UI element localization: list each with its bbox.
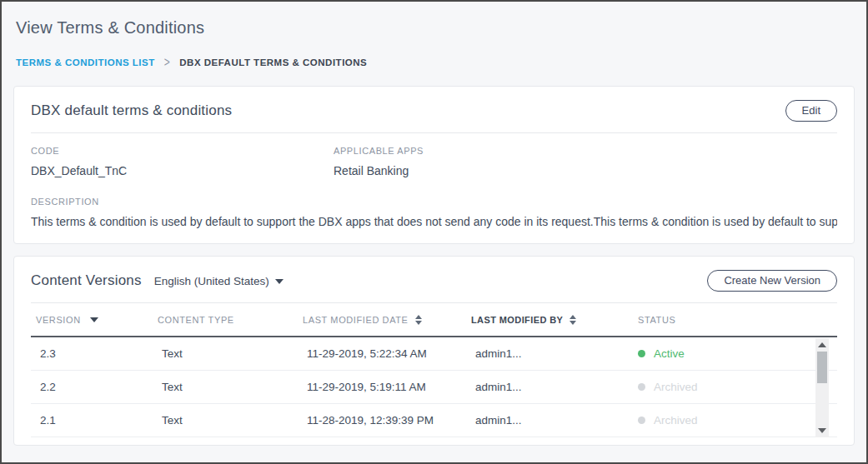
- description-field: DESCRIPTION This terms & condition is us…: [31, 197, 837, 228]
- chevron-down-icon: [275, 279, 283, 284]
- details-card-title: DBX default terms & conditions: [31, 102, 232, 119]
- cell-last-modified-date: 11-29-2019, 5:22:34 AM: [298, 347, 466, 360]
- details-card-divider: [31, 132, 837, 133]
- scroll-up-icon[interactable]: [818, 342, 826, 347]
- status-badge: Archived: [633, 381, 837, 393]
- cell-content-type: Text: [153, 414, 298, 427]
- content-versions-table: VERSION CONTENT TYPE LAST MODIFIED DATE …: [31, 303, 837, 437]
- status-dot-icon: [638, 417, 645, 424]
- applicable-apps-label: APPLICABLE APPS: [334, 146, 424, 156]
- code-value: DBX_Default_TnC: [31, 164, 334, 177]
- cell-last-modified-date: 11-28-2019, 12:39:39 PM: [298, 414, 466, 427]
- create-new-version-button[interactable]: Create New Version: [707, 270, 837, 292]
- column-header-version[interactable]: VERSION: [31, 315, 153, 325]
- status-dot-icon: [638, 350, 645, 357]
- content-versions-title: Content Versions: [31, 272, 142, 289]
- cell-last-modified-date: 11-29-2019, 5:19:11 AM: [298, 381, 466, 393]
- scrollbar-thumb[interactable]: [817, 352, 827, 383]
- cell-last-modified-by: admin1...: [466, 414, 633, 427]
- cell-version: 2.3: [31, 347, 153, 360]
- cell-content-type: Text: [153, 347, 298, 360]
- code-label: CODE: [31, 146, 334, 156]
- page-title: View Terms & Conditions: [16, 18, 855, 37]
- view-terms-and-conditions-page: View Terms & Conditions TERMS & CONDITIO…: [0, 0, 868, 464]
- cell-last-modified-by: admin1...: [466, 347, 633, 360]
- status-badge: Archived: [633, 414, 837, 427]
- details-fields-row: CODE DBX_Default_TnC APPLICABLE APPS Ret…: [31, 146, 837, 177]
- content-versions-card: Content Versions English (United States)…: [13, 256, 855, 446]
- details-card-header: DBX default terms & conditions Edit: [31, 100, 837, 122]
- locale-dropdown-value: English (United States): [154, 275, 269, 287]
- applicable-apps-value: Retail Banking: [334, 164, 424, 177]
- cell-last-modified-by: admin1...: [466, 381, 633, 393]
- breadcrumb-link-terms-conditions-list[interactable]: TERMS & CONDITIONS LIST: [16, 57, 155, 67]
- content-versions-header: Content Versions English (United States)…: [31, 270, 837, 292]
- table-header-row: VERSION CONTENT TYPE LAST MODIFIED DATE …: [31, 303, 837, 337]
- table-row[interactable]: 2.1 Text 11-28-2019, 12:39:39 PM admin1.…: [31, 404, 837, 437]
- chevron-right-icon: >: [164, 55, 171, 70]
- table-scrollbar[interactable]: [815, 338, 829, 437]
- column-header-last-modified-by[interactable]: LAST MODIFIED BY: [466, 315, 633, 325]
- cell-version: 2.2: [31, 381, 153, 393]
- status-badge: Active: [633, 347, 837, 360]
- breadcrumb: TERMS & CONDITIONS LIST > DBX DEFAULT TE…: [16, 57, 855, 68]
- table-row[interactable]: 2.2 Text 11-29-2019, 5:19:11 AM admin1..…: [31, 371, 837, 404]
- locale-dropdown[interactable]: English (United States): [154, 275, 283, 287]
- edit-button[interactable]: Edit: [785, 100, 837, 122]
- sort-updown-icon: [415, 315, 422, 325]
- column-header-last-modified-date[interactable]: LAST MODIFIED DATE: [298, 315, 466, 325]
- description-label: DESCRIPTION: [31, 197, 837, 207]
- status-dot-icon: [638, 383, 645, 391]
- sort-updown-icon: [569, 315, 576, 325]
- cell-version: 2.1: [31, 414, 153, 427]
- breadcrumb-current: DBX DEFAULT TERMS & CONDITIONS: [179, 57, 367, 67]
- scroll-down-icon[interactable]: [818, 428, 826, 433]
- description-value: This terms & condition is used by defaul…: [31, 215, 837, 228]
- applicable-apps-field: APPLICABLE APPS Retail Banking: [334, 146, 424, 177]
- sort-descending-icon: [90, 317, 98, 322]
- cell-content-type: Text: [153, 381, 298, 393]
- details-card: DBX default terms & conditions Edit CODE…: [13, 86, 855, 244]
- column-header-status[interactable]: STATUS: [633, 315, 837, 325]
- column-header-content-type[interactable]: CONTENT TYPE: [153, 315, 298, 325]
- code-field: CODE DBX_Default_TnC: [31, 146, 334, 177]
- table-body: 2.3 Text 11-29-2019, 5:22:34 AM admin1..…: [31, 337, 837, 437]
- table-row[interactable]: 2.3 Text 11-29-2019, 5:22:34 AM admin1..…: [31, 337, 837, 371]
